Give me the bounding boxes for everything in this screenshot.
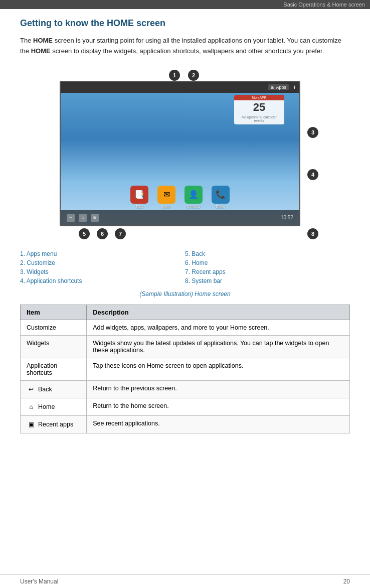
table-header-item: Item: [21, 305, 87, 320]
header-bar: Basic Operations & Home screen: [0, 0, 370, 9]
legend-item-4: 4. Application shortcuts: [20, 277, 185, 284]
header-title: Basic Operations & Home screen: [283, 2, 365, 8]
table-cell-customize-desc: Add widgets, apps, wallpapers, and more …: [87, 320, 350, 335]
apps-button: ⊞ Apps: [268, 84, 289, 90]
app-icon-contacts: 👤 Contacts: [184, 186, 203, 208]
legend-item-1: 1. Apps menu: [20, 250, 185, 257]
legend-item-5: 5. Back: [185, 250, 350, 257]
callout-3: 3: [307, 127, 318, 138]
legend-item-7: 7. Recent apps: [185, 268, 350, 275]
legend-item-8: 8. System bar: [185, 277, 350, 284]
tablet-bottom-bar: ↩ ⌂ ▣ 10:52: [61, 210, 299, 225]
callout-4: 4: [307, 169, 318, 180]
home-nav-icon: ⌂: [79, 214, 87, 222]
app-icons-row: 📑 Tabs ✉ Inbox 👤 Contacts 📞 Dialer: [130, 186, 230, 208]
table-row-widgets: Widgets Widgets show you the latest upda…: [21, 335, 350, 358]
callout-1: 1: [169, 70, 180, 81]
recent-apps-icon: ▣: [27, 420, 36, 429]
legend-item-2: 2. Customize: [20, 259, 185, 266]
table-row-back: ↩ Back Return to the previous screen.: [21, 380, 350, 398]
table-cell-app-shortcuts-item: Application shortcuts: [21, 358, 87, 380]
table-row-recent-apps: ▣ Recent apps See recent applications.: [21, 415, 350, 433]
diagram-caption: (Sample Illustration) Home screen: [20, 290, 350, 298]
callout-8: 8: [307, 228, 318, 239]
table-cell-widgets-desc: Widgets show you the latest updates of a…: [87, 335, 350, 358]
app-icon-dialer: 📞 Dialer: [212, 186, 230, 208]
legend-left: 1. Apps menu 2. Customize 3. Widgets 4. …: [20, 250, 185, 286]
table-cell-recent-desc: See recent applications.: [87, 415, 350, 433]
footer-left: User's Manual: [20, 578, 58, 585]
time-display: 10:52: [281, 215, 293, 220]
tablet-screen: ⊞ Apps + Mon APR 25 No upcoming calendar…: [60, 81, 300, 226]
plus-button: +: [293, 84, 296, 91]
back-icon: ↩: [27, 385, 36, 394]
footer-bar: User's Manual 20: [0, 574, 370, 588]
home-icon: ⌂: [27, 402, 36, 411]
table-cell-home-desc: Return to the home screen.: [87, 398, 350, 415]
recent-nav-icon: ▣: [91, 214, 99, 222]
back-nav-icon: ↩: [67, 214, 75, 222]
main-content: Getting to know the HOME screen The HOME…: [0, 9, 370, 444]
table-cell-recent-item: ▣ Recent apps: [21, 415, 87, 433]
cal-date: 25: [234, 100, 284, 114]
legend-item-3: 3. Widgets: [20, 268, 185, 275]
legend-item-6: 6. Home: [185, 259, 350, 266]
callout-7: 7: [115, 228, 126, 239]
table-header-description: Description: [87, 305, 350, 320]
table-row-app-shortcuts: Application shortcuts Tap these icons on…: [21, 358, 350, 380]
legend-container: 1. Apps menu 2. Customize 3. Widgets 4. …: [20, 250, 350, 286]
table-row-customize: Customize Add widgets, apps, wallpapers,…: [21, 320, 350, 335]
callout-2: 2: [188, 70, 199, 81]
legend-right: 5. Back 6. Home 7. Recent apps 8. System…: [185, 250, 350, 286]
intro-paragraph: The HOME screen is your starting point f…: [20, 36, 350, 57]
table-row-home: ⌂ Home Return to the home screen.: [21, 398, 350, 415]
table-cell-back-item: ↩ Back: [21, 380, 87, 398]
page-title: Getting to know the HOME screen: [20, 18, 350, 29]
callout-6: 6: [97, 228, 108, 239]
diagram-container: 1 2 3 4 5 6 7 8 ⊞ Apps + Mon APR 25 No u…: [45, 66, 325, 246]
table-cell-customize-item: Customize: [21, 320, 87, 335]
app-icon-tabs: 📑 Tabs: [130, 186, 148, 208]
app-icon-inbox: ✉ Inbox: [157, 186, 175, 208]
cal-month: Mon APR: [234, 95, 284, 100]
cal-event: No upcoming calendar events: [234, 114, 284, 124]
table-cell-back-desc: Return to the previous screen.: [87, 380, 350, 398]
calendar-widget: Mon APR 25 No upcoming calendar events: [234, 95, 284, 124]
footer-right: 20: [343, 578, 350, 585]
callout-5: 5: [79, 228, 90, 239]
table-cell-home-item: ⌂ Home: [21, 398, 87, 415]
nav-icons: ↩ ⌂ ▣: [67, 214, 99, 222]
table-cell-app-shortcuts-desc: Tap these icons on Home screen to open a…: [87, 358, 350, 380]
table-cell-widgets-item: Widgets: [21, 335, 87, 358]
description-table: Item Description Customize Add widgets, …: [20, 305, 350, 433]
tablet-top-bar: ⊞ Apps +: [61, 82, 299, 93]
